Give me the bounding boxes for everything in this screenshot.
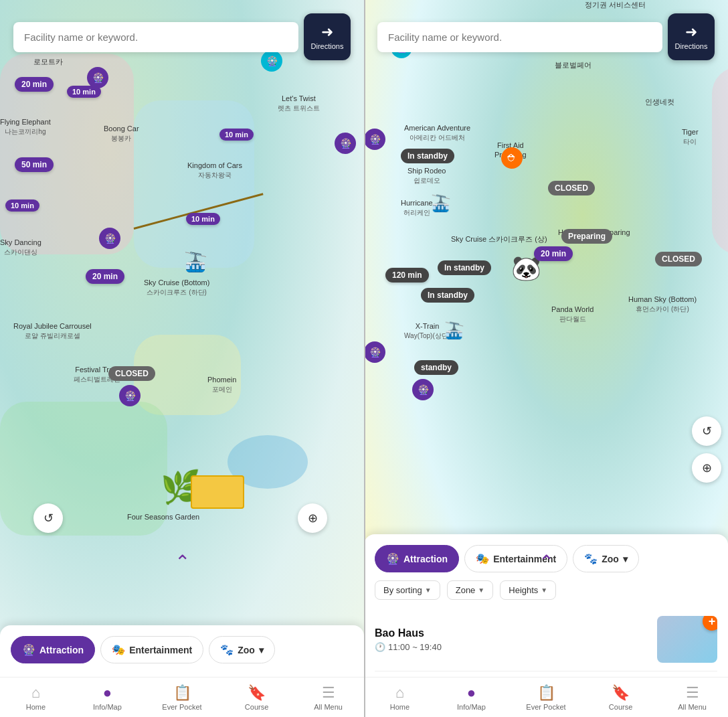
label-insengnecket: 인생네컷 [645,97,674,106]
attr-icon-right-orange: ⛑ [501,147,523,169]
clock-icon: 🕐 [375,642,385,652]
right-bottom-nav: ⌂ Home ● Info/Map 📋 Ever Pocket 🔖 Course… [364,677,728,717]
right-nav-ever-pocket[interactable]: 📋 Ever Pocket [526,684,565,711]
garden-structure [191,475,244,509]
left-nav-course[interactable]: 🔖 Course [240,684,274,711]
attr-icon-right-4: 🎡 [412,379,434,400]
left-nav-info-map[interactable]: ● Info/Map [90,684,124,711]
right-chevron-up[interactable]: ⌃ [539,551,554,573]
left-directions-arrow-icon: ➜ [321,23,333,41]
course-icon: 🔖 [248,684,266,702]
attr-icon-4: 🎡 [119,385,141,406]
left-nav-ever-pocket[interactable]: 📋 Ever Pocket [162,684,201,711]
right-status-standby-2: In standby [438,260,491,275]
right-filter-sorting[interactable]: By sorting ▼ [375,580,440,600]
attr-icon-right-2: 🎡 [364,129,385,150]
right-attraction-label: Attraction [403,554,448,564]
right-search-input[interactable] [377,22,662,52]
heights-arrow-icon: ▼ [541,586,547,594]
right-filter-heights[interactable]: Heights ▼ [500,580,556,600]
left-directions-button[interactable]: ➜ Directions [304,13,351,60]
right-item-image: + [657,616,717,663]
left-panel: 로모트카 Flying Elephant나는코끼리hg Boong Car봉봉카… [0,0,364,717]
left-nav-allmenu-label: All Menu [314,703,343,711]
left-tab-entertainment[interactable]: 🎭 Entertainment [100,636,203,663]
right-nav-allmenu-label: All Menu [678,703,707,711]
right-list-item-baohaus[interactable]: Bao Haus 🕐 11:00 ~ 19:40 + [375,608,717,671]
right-tab-zoo[interactable]: 🐾 Zoo ▾ [573,545,639,572]
right-gps-btn[interactable]: ⊕ [692,453,721,483]
right-status-standby-4: standby [414,360,458,375]
right-tab-attraction[interactable]: 🎡 Attraction [375,545,459,572]
heights-label: Heights [509,585,538,595]
right-item-time: 🕐 11:00 ~ 19:40 [375,642,649,652]
left-search-input[interactable] [13,22,298,52]
label-lets-twist: Let's Twist렛츠 트위스트 [278,94,320,113]
right-ever-pocket-icon: 📋 [537,684,555,702]
screen-container: 로모트카 Flying Elephant나는코끼리hg Boong Car봉봉카… [0,0,728,717]
right-filter-row: By sorting ▼ Zone ▼ Heights ▼ [375,580,717,600]
left-category-tabs: 🎡 Attraction 🎭 Entertainment 🐾 Zoo ▾ [11,636,353,663]
right-nav-all-menu[interactable]: ☰ All Menu [676,684,709,711]
label-xtrain: X-TrainWay(Top)(상단) [404,321,450,341]
left-chevron-up[interactable]: ⌃ [175,551,190,573]
attr-icon-2: 🎡 [99,228,120,249]
label-blobal: 블로벌페어 [555,60,592,70]
label-sky-cruise-bottom: Sky Cruise (Bottom)스카이크루즈 (하단) [144,278,209,297]
status-closed-festival: CLOSED [108,366,155,381]
left-tab-zoo[interactable]: 🐾 Zoo ▾ [209,636,275,663]
wait-10min-3: 10 min [219,129,254,141]
gondola-right-1: 🚠 [431,194,451,213]
right-nav-info-map[interactable]: ● Info/Map [454,684,488,711]
left-nav-home-label: Home [26,703,46,711]
left-bottom-panel: 🎡 Attraction 🎭 Entertainment 🐾 Zoo ▾ [0,625,364,677]
label-american-adventure: American Adventure아메리칸 어드베처 [404,123,470,143]
label-royal-jubilee: Royal Jubilee Carrousel로얄 쥬빌리캐로셀 [13,321,92,341]
left-nav-home[interactable]: ⌂ Home [19,684,52,711]
label-four-seasons: Four Seasons Garden [127,512,199,522]
right-directions-button[interactable]: ➜ Directions [668,13,715,60]
right-item-title: Bao Haus [375,627,649,639]
label-sky-dancing: Sky Dancing스카이댄싱 [0,238,41,257]
left-nav-infomap-label: Info/Map [93,703,122,711]
right-nav-home-label: Home [390,703,410,711]
left-entertainment-label: Entertainment [129,645,192,655]
left-nav-all-menu[interactable]: ☰ All Menu [312,684,345,711]
right-attraction-icon: 🎡 [386,552,399,565]
label-human-sky-bottom: Human Sky (Bottom)휴먼스카이 (하단) [628,295,697,314]
zoo-icon: 🐾 [220,643,234,656]
right-status-standby-3: In standby [421,288,474,303]
attr-icon-3: 🎡 [335,133,356,154]
entertainment-icon: 🎭 [112,643,125,656]
right-zoo-icon: 🐾 [584,552,598,565]
right-directions-arrow-icon: ➜ [685,23,697,41]
label-panda-world: Panda World판다월드 [551,305,594,324]
right-filter-zone[interactable]: Zone ▼ [447,580,494,600]
label-flying-elephant: Flying Elephant나는코끼리hg [0,117,51,137]
right-nav-course[interactable]: 🔖 Course [604,684,638,711]
right-status-closed-2: CLOSED [655,252,702,266]
left-attraction-label: Attraction [39,645,84,655]
right-zoo-dropdown-icon: ▾ [623,554,628,564]
wait-10min-2: 10 min [5,200,39,212]
left-gps-btn[interactable]: ⊕ [298,503,327,533]
label-hurricane: Hurricane허리케인 [401,198,433,218]
right-wait-20min: 20 min [534,246,573,261]
wait-50min: 50 min [15,157,54,172]
right-status-standby-1: In standby [401,149,454,163]
right-reset-btn[interactable]: ↺ [692,416,721,446]
right-nav-home[interactable]: ⌂ Home [383,684,416,711]
wait-20min-1: 20 min [15,77,54,92]
left-bottom-nav: ⌂ Home ● Info/Map 📋 Ever Pocket 🔖 Course… [0,677,364,717]
right-directions-label: Directions [675,42,708,50]
left-search-bar: ➜ Directions [13,13,351,60]
zone-pink-right [712,67,728,254]
gondola-left: 🚠 [184,251,207,273]
left-zoo-label: Zoo [238,645,255,655]
label-junggi: 정기권 서비스센터 [585,0,646,9]
wait-10min-4: 10 min [186,213,220,225]
left-tab-attraction[interactable]: 🎡 Attraction [11,636,95,663]
left-reset-btn[interactable]: ↺ [33,503,63,533]
label-sky-cruise-top: Sky Cruise 스카이크루즈 (상) [451,234,547,244]
zone-label: Zone [456,585,476,595]
